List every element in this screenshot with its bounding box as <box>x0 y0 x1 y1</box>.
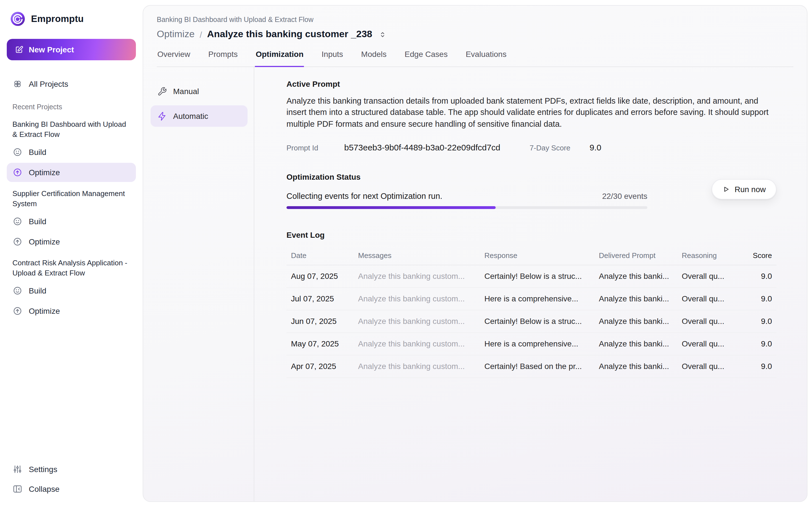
manual-label: Manual <box>173 87 199 96</box>
run-now-button[interactable]: Run now <box>711 179 776 200</box>
optimize-label: Optimize <box>29 168 60 177</box>
event-log-heading: Event Log <box>287 230 776 239</box>
cell-delivered-prompt: Analyze this banki... <box>599 272 682 281</box>
sidebar-item-build[interactable]: Build <box>7 143 136 162</box>
optimize-label: Optimize <box>29 237 60 246</box>
optimization-status-heading: Optimization Status <box>287 172 776 181</box>
cell-score: 9.0 <box>737 317 772 326</box>
cell-reasoning: Overall qu... <box>682 294 737 303</box>
cell-score: 9.0 <box>737 362 772 371</box>
tab-overview[interactable]: Overview <box>157 50 191 67</box>
sidebar: Empromptu New Project All Projects Recen… <box>0 0 143 507</box>
run-now-label: Run now <box>734 185 766 194</box>
brand-logo-icon <box>10 11 26 26</box>
new-project-label: New Project <box>29 45 74 54</box>
play-icon <box>722 185 730 193</box>
cell-messages: Analyze this banking custom... <box>358 294 485 303</box>
project-title[interactable]: Banking BI Dashboard with Upload & Extra… <box>7 119 136 139</box>
table-row[interactable]: May 07, 2025 Analyze this banking custom… <box>287 333 776 355</box>
cell-response: Here is a comprehensive... <box>485 339 599 348</box>
new-project-button[interactable]: New Project <box>7 39 136 60</box>
cell-delivered-prompt: Analyze this banki... <box>599 339 682 348</box>
cell-delivered-prompt: Analyze this banki... <box>599 317 682 326</box>
optimize-arrow-up-icon <box>12 167 22 177</box>
settings-label: Settings <box>29 465 57 474</box>
cell-score: 9.0 <box>737 294 772 303</box>
all-projects-label: All Projects <box>29 79 68 89</box>
sidebar-item-collapse[interactable]: Collapse <box>7 480 136 499</box>
optimization-status-section: Optimization Status Run now Collecting e… <box>287 172 776 209</box>
sidebar-item-all-projects[interactable]: All Projects <box>7 74 136 94</box>
subnav-item-automatic[interactable]: Automatic <box>151 105 248 127</box>
content: Active Prompt Analyze this banking trans… <box>254 67 807 501</box>
tab-inputs[interactable]: Inputs <box>321 50 344 67</box>
collapse-label: Collapse <box>29 485 59 494</box>
cell-date: Aug 07, 2025 <box>291 272 358 281</box>
cell-delivered-prompt: Analyze this banki... <box>599 362 682 371</box>
prompt-id-value: b573eeb3-9b0f-4489-b3a0-22e09dfcd7cd <box>344 143 500 152</box>
sidebar-item-optimize[interactable]: Optimize <box>7 232 136 251</box>
cell-response: Certainly! Below is a struc... <box>485 317 599 326</box>
tab-evaluations[interactable]: Evaluations <box>465 50 507 67</box>
cell-date: May 07, 2025 <box>291 339 358 348</box>
seven-day-score-value: 9.0 <box>590 143 601 152</box>
table-row[interactable]: Jun 07, 2025 Analyze this banking custom… <box>287 311 776 333</box>
project-title[interactable]: Contract Risk Analysis Application - Upl… <box>7 258 136 278</box>
build-smiley-icon <box>12 147 22 157</box>
project-title[interactable]: Supplier Certification Management System <box>7 189 136 209</box>
cell-messages: Analyze this banking custom... <box>358 272 485 281</box>
cell-reasoning: Overall qu... <box>682 362 737 371</box>
sidebar-bottom: Settings Collapse <box>7 459 136 499</box>
active-prompt-text: Analyze this banking transaction details… <box>287 95 776 129</box>
progress-bar-fill <box>287 206 496 209</box>
cell-date: Apr 07, 2025 <box>291 362 358 371</box>
tab-prompts[interactable]: Prompts <box>208 50 238 67</box>
sidebar-item-settings[interactable]: Settings <box>7 460 136 479</box>
table-row[interactable]: Aug 07, 2025 Analyze this banking custom… <box>287 265 776 288</box>
panel-header: Banking BI Dashboard with Upload & Extra… <box>143 6 807 67</box>
build-label: Build <box>29 286 46 295</box>
build-label: Build <box>29 148 46 157</box>
edit-icon <box>15 45 24 54</box>
subnav-item-manual[interactable]: Manual <box>151 80 248 102</box>
prompt-meta-row: Prompt Id b573eeb3-9b0f-4489-b3a0-22e09d… <box>287 143 776 152</box>
table-header-row: Date Messages Response Delivered Prompt … <box>287 246 776 265</box>
breadcrumb-section-optimize[interactable]: Optimize <box>157 29 195 40</box>
tab-edge-cases[interactable]: Edge Cases <box>404 50 448 67</box>
title-row: Optimize / Analyze this banking customer… <box>157 29 794 40</box>
status-text: Collecting events for next Optimization … <box>287 191 442 201</box>
cell-response: Certainly! Below is a struc... <box>485 272 599 281</box>
settings-sliders-icon <box>12 464 22 474</box>
automatic-label: Automatic <box>173 112 208 121</box>
subnav: Manual Automatic <box>143 67 254 501</box>
status-row: Collecting events for next Optimization … <box>287 191 647 201</box>
sidebar-item-build[interactable]: Build <box>7 212 136 231</box>
recent-projects-label: Recent Projects <box>12 103 130 111</box>
chevron-expand-icon[interactable] <box>378 30 387 39</box>
wrench-icon <box>157 87 167 96</box>
seven-day-score-label: 7-Day Score <box>530 144 571 152</box>
cell-date: Jul 07, 2025 <box>291 294 358 303</box>
tab-optimization[interactable]: Optimization <box>255 50 304 67</box>
cell-score: 9.0 <box>737 339 772 348</box>
table-row[interactable]: Jul 07, 2025 Analyze this banking custom… <box>287 288 776 311</box>
main-panel: Banking BI Dashboard with Upload & Extra… <box>143 5 808 502</box>
build-label: Build <box>29 217 46 226</box>
tab-models[interactable]: Models <box>361 50 387 67</box>
page-title: Analyze this banking customer _238 <box>207 29 372 40</box>
cell-delivered-prompt: Analyze this banki... <box>599 294 682 303</box>
column-header-reasoning: Reasoning <box>682 251 737 260</box>
sidebar-item-build[interactable]: Build <box>7 281 136 300</box>
sidebar-item-optimize[interactable]: Optimize <box>7 302 136 321</box>
optimize-arrow-up-icon <box>12 306 22 316</box>
sidebar-item-optimize[interactable]: Optimize <box>7 163 136 182</box>
lightning-bolt-icon <box>157 111 167 121</box>
cell-messages: Analyze this banking custom... <box>358 362 485 371</box>
projects-icon <box>12 79 22 89</box>
column-header-date: Date <box>291 251 358 260</box>
build-smiley-icon <box>12 286 22 296</box>
cell-reasoning: Overall qu... <box>682 272 737 281</box>
table-row[interactable]: Apr 07, 2025 Analyze this banking custom… <box>287 355 776 378</box>
events-count: 22/30 events <box>602 191 647 201</box>
brand: Empromptu <box>10 11 133 26</box>
